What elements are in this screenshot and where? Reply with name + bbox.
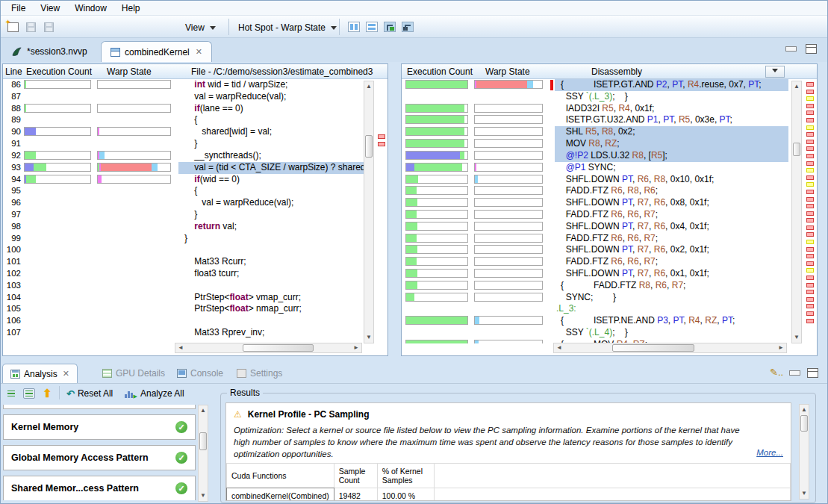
save-button[interactable]: [23, 19, 38, 34]
source-code-text[interactable]: [178, 244, 364, 256]
source-code-text[interactable]: {: [178, 114, 364, 126]
disassembly-text[interactable]: SSY `(.L_3); }: [555, 91, 788, 103]
scroll-up-icon[interactable]: ▲: [199, 406, 208, 415]
save-all-button[interactable]: [41, 19, 56, 34]
scroll-up-icon[interactable]: ▲: [364, 82, 373, 91]
source-rows[interactable]: 86 int wid = tid / warpSize;87 val = war…: [3, 79, 364, 343]
new-session-button[interactable]: [5, 19, 20, 34]
menu-item-help[interactable]: Help: [114, 1, 148, 15]
scroll-down-icon[interactable]: ▼: [792, 333, 801, 342]
source-code-text[interactable]: __syncthreads();: [178, 150, 364, 162]
source-line-row[interactable]: 87 val = warpReduce(val);: [3, 91, 364, 103]
disassembly-text[interactable]: { ISETP.GT.AND P2, PT, R4.reuse, 0x7, PT…: [555, 79, 788, 91]
disassembly-row[interactable]: ISETP.GT.U32.AND P1, PT, R5, 0x3e, PT;: [402, 114, 788, 126]
minimize-panel-button[interactable]: [789, 368, 800, 378]
disassembly-text[interactable]: SHFL.DOWN PT, R7, R6, 0x1, 0x1f;: [555, 268, 788, 280]
source-code-text[interactable]: }: [178, 233, 364, 245]
disassembly-text[interactable]: @P1 SYNC;: [555, 162, 788, 174]
source-line-row[interactable]: 99}: [3, 233, 364, 245]
analysis-stage-card[interactable]: Shared Memor...cess Pattern✓: [3, 476, 196, 500]
source-line-row[interactable]: 100: [3, 244, 364, 256]
source-code-text[interactable]: val = warpReduce(val);: [178, 91, 364, 103]
source-line-row[interactable]: 102 float3 tcurr;: [3, 268, 364, 280]
disassembly-row[interactable]: SHFL.DOWN PT, R7, R6, 0x4, 0x1f;: [402, 221, 788, 233]
disassembly-text[interactable]: .L_3:: [555, 303, 788, 315]
source-vertical-scrollbar[interactable]: ▲ ▼: [364, 81, 374, 343]
table-cell[interactable]: 100.00 %: [377, 488, 434, 502]
disassembly-text[interactable]: SYNC; }: [555, 292, 788, 304]
analysis-list-scrollbar[interactable]: ▲ ▼: [198, 405, 208, 502]
scroll-down-icon[interactable]: ▼: [364, 333, 373, 342]
source-line-row[interactable]: 90 shared[wid] = val;: [3, 126, 364, 138]
table-cell[interactable]: combinedKernel(Combined): [227, 488, 334, 502]
source-line-row[interactable]: 98 return val;: [3, 221, 364, 233]
disassembly-row[interactable]: @P1 SYNC;: [402, 162, 788, 174]
disassembly-text[interactable]: FADD.FTZ R6, R6, R7;: [555, 209, 788, 221]
disassembly-text[interactable]: { ISETP.NE.AND P3, PT, R4, RZ, PT;: [555, 315, 788, 327]
view-dropdown[interactable]: View: [185, 21, 216, 34]
expand-list-button[interactable]: [23, 386, 35, 401]
collapse-list-button[interactable]: [5, 386, 17, 401]
scrollbar-thumb[interactable]: [612, 344, 694, 352]
disassembly-row[interactable]: .L_3:: [402, 303, 788, 315]
disassembly-row[interactable]: { FADD.FTZ R8, R6, R7;: [402, 280, 788, 292]
source-code-text[interactable]: return val;: [178, 221, 364, 233]
source-line-row[interactable]: 105 PtrStep<float> nmap_curr;: [3, 303, 364, 315]
disassembly-row[interactable]: SHFL.DOWN PT, R7, R6, 0x8, 0x1f;: [402, 197, 788, 209]
source-code-text[interactable]: float3 tcurr;: [178, 268, 364, 280]
source-code-text[interactable]: shared[wid] = val;: [178, 126, 364, 138]
analyze-all-button[interactable]: Analyze All: [125, 386, 184, 401]
source-line-row[interactable]: 103: [3, 280, 364, 292]
results-scrollbar[interactable]: ▲ ▼: [799, 404, 809, 500]
source-code-text[interactable]: Mat33 Rprev_inv;: [178, 327, 364, 339]
source-code-text[interactable]: if(wid == 0): [178, 174, 364, 186]
scroll-up-icon[interactable]: ▲: [792, 82, 801, 91]
disassembly-text[interactable]: SHFL.DOWN PT, R7, R6, 0x4, 0x1f;: [555, 221, 788, 233]
disassembly-row[interactable]: { ISETP.NE.AND P3, PT, R4, RZ, PT;: [402, 315, 788, 327]
disassembly-horizontal-scrollbar[interactable]: ◄ ►: [553, 343, 787, 353]
source-code-text[interactable]: PtrStep<float> vmap_curr;: [178, 292, 364, 304]
source-line-row[interactable]: 97 }: [3, 209, 364, 221]
source-code-text[interactable]: Mat33 Rcurr;: [178, 256, 364, 268]
disassembly-row[interactable]: SHFL.DOWN PT, R7, R6, 0x1, 0x1f;: [402, 268, 788, 280]
source-code-text[interactable]: [178, 315, 364, 327]
tab-session3[interactable]: *session3.nvvp: [2, 41, 96, 62]
source-line-row[interactable]: 96 val = warpReduce(val);: [3, 197, 364, 209]
scrollbar-thumb[interactable]: [365, 135, 373, 158]
disassembly-text[interactable]: SHFL.DOWN PT, R7, R6, 0x2, 0x1f;: [555, 244, 788, 256]
disassembly-vertical-scrollbar[interactable]: ▲ ▼: [791, 81, 802, 343]
source-line-row[interactable]: 91 }: [3, 138, 364, 150]
source-line-row[interactable]: 86 int wid = tid / warpSize;: [3, 79, 364, 91]
close-tab-icon[interactable]: ✕: [63, 369, 69, 379]
disassembly-text[interactable]: @!P2 LDS.U.32 R8, [R5];: [555, 150, 788, 162]
disassembly-text[interactable]: SHL R5, R8, 0x2;: [555, 126, 788, 138]
disassembly-menu-button[interactable]: [765, 66, 785, 78]
disassembly-row[interactable]: SHL R5, R8, 0x2;: [402, 126, 788, 138]
disassembly-text[interactable]: MOV R8, RZ;: [555, 138, 788, 150]
disassembly-row[interactable]: FADD.FTZ R6, R6, R7;: [402, 209, 788, 221]
disassembly-text[interactable]: { FADD.FTZ R8, R6, R7;: [555, 280, 788, 292]
disassembly-row[interactable]: @!P2 LDS.U.32 R8, [R5];: [402, 150, 788, 162]
disassembly-text[interactable]: SHFL.DOWN PT, R7, R6, 0x8, 0x1f;: [555, 197, 788, 209]
disassembly-row[interactable]: SSY `(.L_3); }: [402, 91, 788, 103]
table-column-header[interactable]: Sample Count: [334, 464, 377, 488]
disassembly-row[interactable]: FADD.FTZ R6, R6, R7;: [402, 233, 788, 245]
scroll-down-icon[interactable]: ▼: [199, 491, 208, 500]
table-column-header[interactable]: % of Kernel Samples: [377, 464, 434, 488]
analysis-stage-card[interactable]: Global Memory Access Pattern✓: [3, 445, 196, 470]
tab-gpu-details[interactable]: GPU Details: [95, 364, 172, 383]
source-code-text[interactable]: {: [178, 185, 364, 197]
disassembly-row[interactable]: MOV R8, RZ;: [402, 138, 788, 150]
scrollbar-thumb[interactable]: [243, 344, 314, 352]
menu-item-file[interactable]: File: [4, 1, 33, 15]
source-code-text[interactable]: val = warpReduce(val);: [178, 197, 364, 209]
source-line-row[interactable]: 89 {: [3, 114, 364, 126]
disassembly-row[interactable]: SSY `(.L_4); }: [402, 327, 788, 339]
disassembly-text[interactable]: ISETP.GT.U32.AND P1, PT, R5, 0x3e, PT;: [555, 114, 788, 126]
maximize-source-button[interactable]: [382, 19, 397, 34]
scroll-left-icon[interactable]: ◄: [555, 343, 563, 352]
scroll-down-icon[interactable]: ▼: [800, 489, 809, 498]
tab-console[interactable]: Console: [169, 364, 231, 383]
source-horizontal-scrollbar[interactable]: ◄ ►: [175, 343, 362, 353]
analysis-stage-card[interactable]: Kernel Memory✓: [3, 414, 196, 440]
